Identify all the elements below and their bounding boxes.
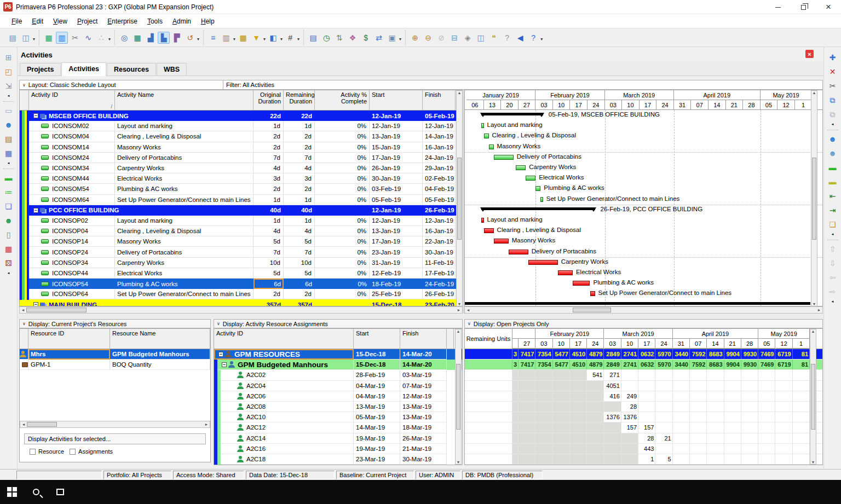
move-up-icon[interactable]: ⇧ [827,243,839,255]
scroll-down-icon[interactable]: ▼ [457,460,460,464]
assignment-row[interactable]: A2C0813-Mar-1913-Mar-19 [214,402,462,412]
code-icon[interactable]: # [284,32,296,44]
scroll-up-icon[interactable]: ▲ [457,329,460,333]
gantt-row[interactable]: 26-Feb-19, PCC OFFICE BUILDING [465,205,822,215]
gantt-row[interactable]: Carpentry Works [465,257,822,268]
original-duration-cell[interactable]: 4d [254,226,284,236]
checkbox-assignments[interactable] [70,449,76,455]
finish-cell[interactable]: 30-Mar-19 [400,454,447,465]
table-h-scrollbar[interactable]: ◄ ► [19,306,463,314]
start-cell[interactable]: 18-Feb-19 [370,279,423,289]
start-cell[interactable]: 15-Dec-18 [370,299,423,306]
assignment-row[interactable]: A2C0228-Feb-1903-Mar-19 [214,370,462,380]
assignment-id-cell[interactable]: A2C06 [221,391,354,402]
remaining-duration-cell[interactable]: 3d [284,173,315,184]
original-duration-cell[interactable]: 6d [254,279,284,289]
gantt-row[interactable]: Clearing , Leveling & Disposal [465,131,822,141]
gantt-row[interactable]: Set Up Power Generator/Connect to main L… [465,194,822,205]
gantt-row[interactable]: Electrical Works [465,173,822,183]
start-cell[interactable]: 04-Mar-19 [354,381,400,391]
table-row[interactable]: ICONSOP14Masonry Works5d5d0%17-Jan-1922-… [20,236,462,247]
resource-row[interactable]: GPM-1BOQ Quantity [20,360,210,370]
collapse-minus-icon[interactable]: − [33,302,38,306]
activity-steps-icon[interactable]: ≔ [3,186,15,198]
table-row[interactable]: ICONSOP34Carpentry Works10d10d0%31-Jan-1… [20,258,462,268]
gantt-view-icon[interactable]: ▥ [56,32,68,44]
percent-complete-cell[interactable] [315,299,370,306]
move-right-icon[interactable]: ⇨ [827,286,839,298]
tab-projects[interactable]: Projects [20,63,61,76]
activity-bar[interactable] [516,165,526,170]
help-icon[interactable]: ? [501,32,513,44]
table-row[interactable]: ICONSOM64Set Up Power Generator/Connect … [20,195,462,205]
restore-button[interactable] [791,0,816,14]
original-duration-cell[interactable]: 5d [254,268,284,279]
remaining-duration-cell[interactable]: 7d [284,247,315,257]
resource-id-cell[interactable]: GPM-1 [28,360,110,370]
resources-h-scrollbar[interactable]: ◄ ► [20,421,210,428]
remaining-duration-cell[interactable]: 5d [284,268,315,279]
assignment-id-cell[interactable]: −GPM Budgeted Manhours [217,360,354,370]
move-icon[interactable]: ❏ [827,218,839,230]
histogram-icon[interactable]: ▟ [145,32,157,44]
percent-complete-cell[interactable]: 0% [315,226,370,236]
table-view-icon[interactable]: ▦ [43,32,55,44]
finish-cell[interactable]: 14-Mar-20 [400,349,447,360]
units-v-scrollbar[interactable]: ▲ ▼ [810,329,816,465]
original-duration-cell[interactable]: 1d [254,121,284,131]
start-cell[interactable]: 12-Feb-19 [370,268,423,279]
gantt-row[interactable]: 05-Feb-19, MSCEB OFFICE BUILDING [465,110,822,120]
activities-icon[interactable]: ▬ [3,172,15,184]
split-horizontal-icon[interactable]: ⊟ [448,32,460,44]
units-row[interactable]: 4051 [465,381,822,391]
finish-cell[interactable]: 14-Jan-19 [423,131,456,142]
start-cell[interactable]: 19-Mar-19 [354,433,400,444]
split-vertical-icon[interactable]: ◫ [475,32,487,44]
start-cell[interactable]: 14-Mar-19 [354,422,400,433]
activity-name-cell[interactable]: Plumbing & AC works [115,184,254,194]
table-row[interactable]: −MSCEB OFFICE BUILDING22d22d12-Jan-1905-… [20,111,462,121]
resources-assign-icon[interactable]: ☻ [827,133,839,145]
assignment-id-cell[interactable]: −GPM RESOURCES [214,349,354,360]
scroll-left-icon[interactable]: ◄ [20,308,26,312]
assignment-id-cell[interactable]: A2C16 [221,444,354,454]
add-icon[interactable]: ✚ [827,51,839,63]
start-cell[interactable]: 04-Mar-19 [354,391,400,402]
start-cell[interactable]: 12-Jan-19 [370,111,423,121]
activity-name-cell[interactable]: Electrical Works [115,268,254,279]
resource-name-cell[interactable]: BOQ Quantity [110,360,210,370]
resource-id-cell[interactable]: Mhrs [28,349,110,360]
close-button[interactable]: × [816,0,841,14]
start-cell[interactable]: 12-Jan-19 [370,121,423,131]
activity-bar[interactable] [540,197,543,202]
units-row[interactable]: 157157 [465,422,822,433]
remaining-duration-cell[interactable]: 2d [284,142,315,153]
finish-cell[interactable]: 29-Jan-19 [423,163,456,173]
original-duration-cell[interactable]: 40d [254,205,284,216]
finish-cell[interactable]: 12-Jan-19 [423,216,456,226]
percent-complete-cell[interactable]: 0% [315,173,370,184]
assignment-id-cell[interactable]: A2C10 [221,412,354,422]
search-icon[interactable] [24,480,48,504]
assign-predecessor-icon[interactable]: ⇤ [827,190,839,202]
scroll-down-icon[interactable]: ▼ [811,460,815,464]
spreadsheet-expand-icon[interactable]: ▦ [131,32,143,44]
table-row[interactable]: ICONSOM02Layout and marking1d1d0%12-Jan-… [20,121,462,131]
activity-bar[interactable] [573,281,590,286]
collapse-arrow-icon[interactable]: ◂ [832,232,834,237]
move-down-icon[interactable]: ⇩ [827,257,839,269]
risks-icon[interactable]: ⚄ [3,257,15,269]
delete-icon[interactable]: ✕ [827,66,839,78]
timescale-table-icon[interactable]: ▦ [237,32,249,44]
start-cell[interactable]: 28-Feb-19 [354,370,400,380]
resource-name-cell[interactable]: GPM Budgeted Manhours [110,349,210,360]
original-duration-cell[interactable]: 5d [254,236,284,247]
percent-complete-cell[interactable]: 0% [315,289,370,299]
units-display-bar[interactable]: ∨ Display: Open Projects Only [464,319,823,328]
online-help-icon[interactable]: ? [527,32,539,44]
finish-cell[interactable]: 26-Feb-19 [423,289,456,299]
start-cell[interactable]: 26-Jan-19 [370,163,423,173]
projects-icon[interactable]: ▭ [3,105,15,117]
assignment-row[interactable]: A2C1823-Mar-1930-Mar-19 [214,454,462,465]
activity-name-cell[interactable]: Delivery of Portacabins [115,153,254,163]
